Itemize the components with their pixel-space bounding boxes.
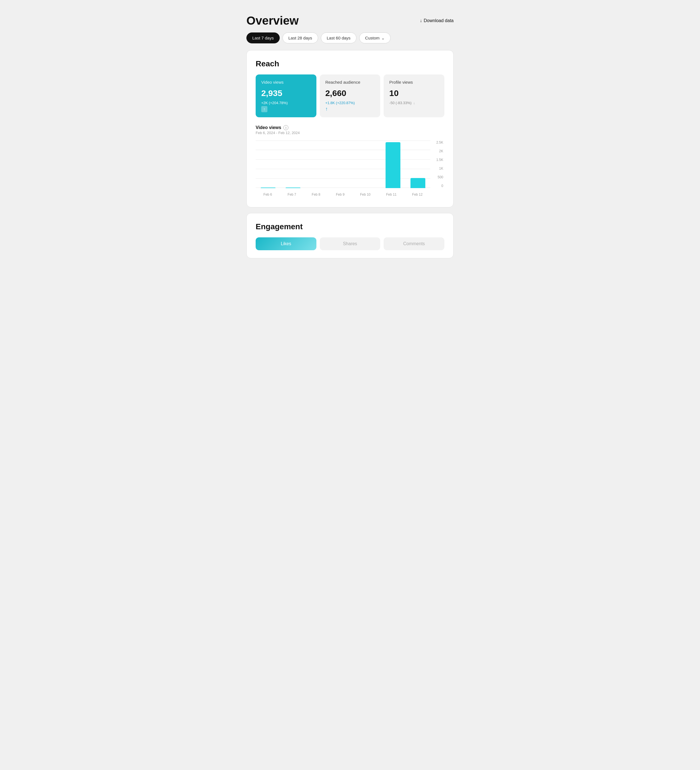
tab-comments[interactable]: Comments [384, 237, 444, 250]
down-arrow-icon: ↓ [413, 101, 415, 105]
metric-label-profile-views: Profile views [389, 79, 439, 85]
y-label-1500: 1.5K [436, 158, 443, 162]
y-label-0: 0 [441, 184, 443, 188]
page-title: Overview [246, 14, 299, 28]
bar-group-feb-10 [356, 141, 381, 188]
bar-feb-12 [410, 178, 425, 188]
chart-title: Video views [256, 125, 281, 130]
header-row: Overview ↓ Download data [246, 14, 454, 28]
bar-group-feb-8 [305, 141, 331, 188]
up-arrow-icon [261, 106, 267, 112]
x-label-feb-10: Feb 10 [360, 192, 370, 196]
y-label-500: 500 [438, 175, 443, 179]
filter-last7[interactable]: Last 7 days [246, 32, 280, 44]
bar-group-feb-7 [280, 141, 305, 188]
bar-group-feb-9 [331, 141, 355, 188]
metric-card-video-views: Video views 2,935 +2K (+204.78%) [256, 74, 316, 117]
download-icon: ↓ [420, 18, 422, 23]
filter-row: Last 7 days Last 28 days Last 60 days Cu… [246, 32, 454, 44]
tab-likes[interactable]: Likes [256, 237, 316, 250]
x-label-feb-7: Feb 7 [288, 192, 296, 196]
download-button[interactable]: ↓ Download data [420, 18, 454, 23]
y-label-2500: 2.5K [436, 141, 443, 144]
x-label-feb-11: Feb 11 [386, 192, 397, 196]
metric-card-reached-audience: Reached audience 2,660 +1.8K (+220.87%) … [320, 74, 381, 117]
tab-shares[interactable]: Shares [320, 237, 381, 250]
x-label-feb-12: Feb 12 [412, 192, 423, 196]
metric-value-video-views: 2,935 [261, 89, 311, 98]
metric-card-profile-views: Profile views 10 -50 (-83.33%) ↓ [384, 74, 444, 117]
chart-bars [256, 141, 430, 188]
chart-date-range: Feb 6, 2024 - Feb 12, 2024 [256, 131, 444, 135]
filter-custom[interactable]: Custom [359, 32, 391, 44]
engagement-title: Engagement [256, 222, 444, 231]
bar-feb-7 [285, 188, 300, 188]
filter-last60[interactable]: Last 60 days [321, 32, 356, 44]
chevron-down-icon [381, 36, 385, 40]
engagement-tabs: Likes Shares Comments [256, 237, 444, 250]
metric-value-reached-audience: 2,660 [326, 89, 375, 98]
x-label-feb-8: Feb 8 [312, 192, 320, 196]
engagement-card: Engagement Likes Shares Comments [246, 213, 454, 258]
metric-label-reached-audience: Reached audience [326, 79, 375, 85]
bar-group-feb-6 [256, 141, 280, 188]
info-icon[interactable]: i [284, 125, 288, 130]
chart-y-axis: 2.5K 2K 1.5K 1K 500 0 [430, 141, 444, 188]
x-label-feb-9: Feb 9 [336, 192, 345, 196]
bar-group-feb-11 [381, 141, 405, 188]
x-label-feb-6: Feb 6 [264, 192, 272, 196]
reach-card: Reach Video views 2,935 +2K (+204.78%) R… [246, 50, 454, 207]
up-arrow-reached: ↑ [326, 106, 375, 112]
bar-feb-11 [386, 142, 400, 188]
chart-label-row: Video views i [256, 125, 444, 130]
metric-cards-row: Video views 2,935 +2K (+204.78%) Reached… [256, 74, 444, 117]
chart-area: 2.5K 2K 1.5K 1K 500 0 Feb 6Feb 7Feb 8Feb… [256, 141, 444, 196]
y-label-1000: 1K [439, 167, 443, 170]
metric-change-profile-views: -50 (-83.33%) ↓ [389, 101, 439, 105]
reach-title: Reach [256, 59, 444, 68]
chart-x-axis: Feb 6Feb 7Feb 8Feb 9Feb 10Feb 11Feb 12 [256, 192, 430, 196]
bar-group-feb-12 [405, 141, 430, 188]
metric-change-reached-audience: +1.8K (+220.87%) [326, 101, 375, 105]
y-label-2000: 2K [439, 149, 443, 153]
page-container: Overview ↓ Download data Last 7 days Las… [241, 6, 459, 272]
filter-last28[interactable]: Last 28 days [282, 32, 318, 44]
bar-feb-6 [261, 188, 275, 188]
metric-change-video-views: +2K (+204.78%) [261, 101, 311, 105]
metric-value-profile-views: 10 [389, 89, 439, 98]
metric-label-video-views: Video views [261, 79, 311, 85]
